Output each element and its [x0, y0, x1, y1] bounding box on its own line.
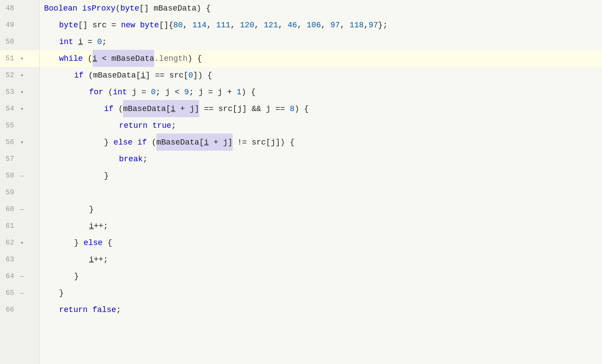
- code-area: Boolean isProxy(byte[] mBaseData) {byte[…: [40, 0, 602, 364]
- token-plain: {: [103, 234, 112, 251]
- fold-icon[interactable]: —: [18, 290, 26, 297]
- token-kw: for: [89, 84, 103, 100]
- fold-icon[interactable]: ▾: [18, 89, 26, 96]
- fold-icon[interactable]: —: [18, 206, 26, 213]
- token-id: j: [190, 104, 194, 113]
- token-plain: ++;: [94, 251, 108, 268]
- token-plain: ) {: [294, 100, 308, 117]
- token-plain: ,: [230, 17, 240, 33]
- line-number: 52: [0, 71, 18, 79]
- token-kw: return: [59, 301, 88, 318]
- token-plain: [127, 84, 132, 100]
- token-id-ul: i: [89, 218, 94, 234]
- token-kw: else: [84, 234, 103, 251]
- token-plain: }: [74, 234, 84, 251]
- token-plain: [88, 301, 93, 318]
- fold-icon[interactable]: ▾: [18, 55, 26, 62]
- token-num: 111: [216, 17, 230, 33]
- line-number: 66: [0, 306, 18, 314]
- token-num: 97: [331, 17, 340, 33]
- token-plain: ;: [171, 117, 176, 134]
- code-line: } else {: [40, 234, 602, 251]
- token-kw: byte: [59, 17, 78, 33]
- highlight-span: i < mBaseData: [93, 50, 154, 67]
- token-plain: ;: [189, 84, 199, 100]
- gutter-row: 64—: [0, 268, 39, 285]
- code-line: for (int j = 0; j < 9; j = j + 1) {: [40, 84, 602, 100]
- fold-icon[interactable]: —: [18, 173, 26, 179]
- token-plain: ,: [340, 17, 349, 33]
- token-plain: ]) {: [193, 67, 212, 84]
- token-id: j: [218, 84, 223, 100]
- fold-icon[interactable]: ▾: [18, 105, 26, 112]
- token-num: 1: [237, 84, 242, 100]
- fold-icon[interactable]: ▾: [18, 139, 26, 146]
- token-kw: new: [121, 17, 135, 33]
- token-kw: int: [113, 84, 127, 100]
- token-num: 121: [264, 17, 278, 33]
- token-id: src: [218, 100, 232, 117]
- token-num: 120: [240, 17, 254, 33]
- token-num: 80: [173, 17, 183, 33]
- token-id: src: [252, 134, 266, 151]
- token-plain: ] ==: [145, 67, 169, 84]
- token-plain: (: [115, 0, 120, 17]
- token-plain: ==: [199, 100, 218, 117]
- token-id: mBaseData: [154, 0, 197, 17]
- token-plain: ) {: [242, 84, 256, 100]
- token-num: 46: [288, 17, 297, 33]
- token-kw: int: [59, 33, 73, 50]
- token-plain: [78, 0, 82, 17]
- token-kw: Boolean: [44, 0, 78, 17]
- token-plain: ,: [321, 17, 331, 33]
- token-plain: =: [83, 33, 97, 50]
- token-num: 0: [151, 84, 156, 100]
- token-plain: ;: [143, 151, 148, 167]
- token-kw: if: [74, 67, 84, 84]
- token-plain: ,: [207, 17, 216, 33]
- line-number: 62: [0, 239, 18, 247]
- token-num: 118: [349, 17, 364, 33]
- token-id-ul: i: [141, 67, 145, 84]
- token-plain: []{: [159, 17, 173, 33]
- code-line: if (mBaseData[i + j] == src[j] && j == 8…: [40, 100, 602, 117]
- line-number: 48: [0, 4, 18, 12]
- line-number: 64: [0, 272, 18, 280]
- gutter-row: 59: [0, 184, 39, 201]
- code-line: int i = 0;: [40, 33, 602, 50]
- token-kw: if: [104, 100, 114, 117]
- token-plain: []: [139, 0, 153, 17]
- line-number: 58: [0, 172, 18, 180]
- token-id: j: [132, 84, 137, 100]
- code-line: byte[] src = new byte[]{80, 114, 111, 12…: [40, 17, 602, 33]
- token-plain: [: [233, 100, 238, 117]
- highlight-span: mBaseData[i + j]: [123, 100, 199, 118]
- token-plain: +: [175, 104, 190, 113]
- line-number: 63: [0, 256, 18, 264]
- token-plain: ]) {: [275, 134, 294, 151]
- token-plain: ,: [254, 17, 264, 33]
- gutter-row: 54▾: [0, 100, 39, 117]
- token-plain: !=: [233, 134, 252, 151]
- token-kw: else: [114, 134, 133, 151]
- gutter-row: 62▾: [0, 234, 39, 251]
- token-num: 106: [307, 17, 321, 33]
- fold-icon[interactable]: —: [18, 273, 26, 280]
- token-plain: ,: [364, 17, 368, 33]
- token-fn: isProxy: [82, 0, 115, 17]
- token-plain: =: [107, 17, 121, 33]
- line-number: 53: [0, 88, 18, 96]
- token-plain: ;: [102, 33, 107, 50]
- token-plain: <: [97, 54, 111, 63]
- line-number: 60: [0, 205, 18, 213]
- token-plain: }: [74, 268, 79, 285]
- gutter-row: 58—: [0, 167, 39, 184]
- token-id: j: [223, 138, 228, 147]
- fold-icon[interactable]: ▾: [18, 239, 26, 246]
- fold-icon[interactable]: ▾: [18, 72, 26, 79]
- code-line: i++;: [40, 251, 602, 268]
- token-plain: ]: [194, 104, 199, 113]
- token-plain: ;: [156, 84, 165, 100]
- token-plain: ] &&: [242, 100, 266, 117]
- line-number: 57: [0, 155, 18, 163]
